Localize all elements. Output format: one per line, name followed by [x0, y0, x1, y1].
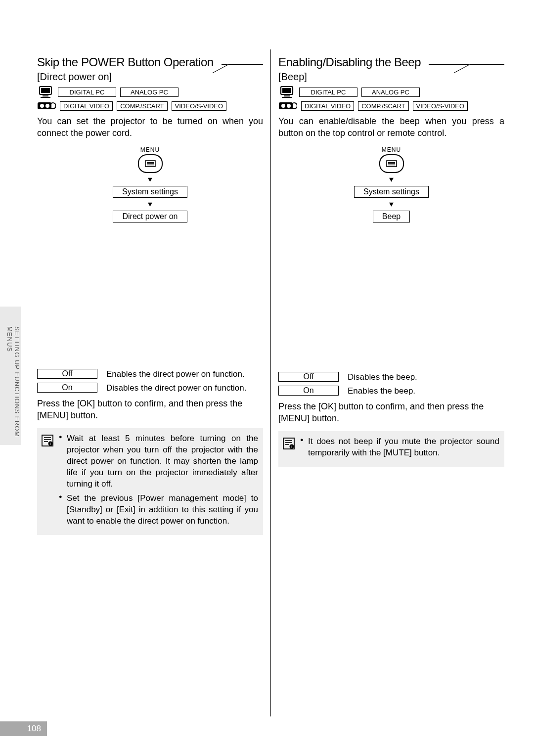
tag-rows: DIGITAL PC ANALOG PC DIGITAL VIDEO COMP.… — [37, 86, 263, 111]
heading-rule-icon — [222, 64, 263, 65]
note-list: Wait at least 5 minutes before turning o… — [59, 433, 258, 530]
svg-rect-19 — [282, 88, 291, 93]
note-box: i It does not beep if you mute the proje… — [278, 431, 504, 467]
svg-point-24 — [281, 104, 285, 108]
heading-row: Skip the POWER Button Operation — [37, 51, 263, 69]
video-icon — [278, 100, 297, 111]
note-item: It does not beep if you mute the project… — [300, 436, 499, 459]
tag-digital-pc: DIGITAL PC — [299, 88, 357, 97]
page-number: 108 — [0, 721, 47, 736]
confirm-text: Press the [OK] button to confirm, and th… — [278, 400, 504, 425]
down-arrow-icon: ▾ — [278, 199, 504, 209]
down-arrow-icon: ▾ — [278, 175, 504, 184]
tag-analog-pc: ANALOG PC — [361, 88, 420, 97]
video-icon — [37, 100, 56, 111]
svg-rect-21 — [282, 97, 292, 98]
pc-icon — [278, 86, 295, 98]
tag-video-svideo: VIDEO/S-VIDEO — [172, 101, 227, 111]
page-number-value: 108 — [27, 724, 41, 734]
menu-label: MENU — [278, 146, 504, 153]
option-box-on: On — [278, 386, 339, 396]
tag-row-1: DIGITAL PC ANALOG PC — [278, 86, 504, 98]
option-desc: Enables the direct power on function. — [106, 369, 245, 380]
svg-point-6 — [40, 104, 44, 108]
tag-comp-scart: COMP./SCART — [358, 101, 408, 111]
tag-digital-video: DIGITAL VIDEO — [60, 101, 113, 111]
column-left: Skip the POWER Button Operation [Direct … — [32, 49, 268, 716]
heading-rule-icon — [429, 64, 504, 65]
svg-point-7 — [45, 104, 49, 108]
column-right: Enabling/Disabling the Beep [Beep] DIGIT… — [273, 49, 509, 716]
heading-row: Enabling/Disabling the Beep — [278, 51, 504, 69]
svg-rect-2 — [43, 95, 48, 96]
side-tab: SETTING UP FUNCTIONS FROM MENUS — [0, 307, 21, 445]
tag-analog-pc: ANALOG PC — [120, 88, 178, 97]
note-item: Set the previous [Power management mode]… — [59, 493, 258, 527]
menu-label: MENU — [37, 146, 263, 153]
note-icon: i — [282, 437, 295, 450]
spacer — [37, 222, 263, 363]
tag-row-2: DIGITAL VIDEO COMP./SCART VIDEO/S-VIDEO — [37, 100, 263, 111]
option-list: Off Enables the direct power on function… — [37, 369, 263, 394]
note-list: It does not beep if you mute the project… — [300, 436, 499, 462]
tag-rows: DIGITAL PC ANALOG PC DIGITAL VIDEO COMP.… — [278, 86, 504, 111]
option-desc: Enables the beep. — [348, 386, 415, 397]
menu-flow: MENU ▾ System settings ▾ Beep — [278, 146, 504, 222]
tag-row-2: DIGITAL VIDEO COMP./SCART VIDEO/S-VIDEO — [278, 100, 504, 111]
menu-target: Direct power on — [113, 211, 187, 222]
body-text: You can set the projector to be turned o… — [37, 115, 263, 139]
body-text: You can enable/disable the beep when you… — [278, 115, 504, 139]
menu-system-settings: System settings — [354, 186, 429, 198]
option-row: On Disables the direct power on function… — [37, 383, 263, 394]
option-row: On Enables the beep. — [278, 386, 504, 397]
option-row: Off Enables the direct power on function… — [37, 369, 263, 380]
option-box-off: Off — [37, 369, 97, 379]
pc-icon — [37, 86, 54, 98]
option-box-off: Off — [278, 372, 339, 382]
down-arrow-icon: ▾ — [37, 199, 263, 209]
section-heading: Skip the POWER Button Operation — [37, 55, 214, 69]
tag-digital-video: DIGITAL VIDEO — [301, 101, 354, 111]
tag-digital-pc: DIGITAL PC — [58, 88, 116, 97]
menu-system-settings: System settings — [113, 186, 187, 198]
menu-button-icon — [138, 154, 163, 173]
tag-comp-scart: COMP./SCART — [117, 101, 167, 111]
section-heading: Enabling/Disabling the Beep — [278, 55, 421, 69]
tag-row-1: DIGITAL PC ANALOG PC — [37, 86, 263, 98]
option-desc: Disables the beep. — [348, 372, 417, 383]
option-list: Off Disables the beep. On Enables the be… — [278, 372, 504, 397]
down-arrow-icon: ▾ — [37, 175, 263, 184]
option-box-on: On — [37, 383, 97, 393]
note-icon: i — [41, 434, 54, 447]
spacer — [278, 222, 504, 366]
svg-point-25 — [287, 104, 291, 108]
content-columns: Skip the POWER Button Operation [Direct … — [32, 49, 509, 716]
confirm-text: Press the [OK] button to confirm, and th… — [37, 398, 263, 422]
menu-button-icon — [379, 154, 404, 173]
subheading: [Direct power on] — [37, 71, 263, 83]
menu-target: Beep — [373, 211, 410, 222]
tag-video-svideo: VIDEO/S-VIDEO — [413, 101, 468, 111]
menu-flow: MENU ▾ System settings ▾ Direct power on — [37, 146, 263, 222]
subheading: [Beep] — [278, 71, 504, 83]
side-tab-label: SETTING UP FUNCTIONS FROM MENUS — [0, 326, 21, 440]
option-row: Off Disables the beep. — [278, 372, 504, 383]
svg-rect-3 — [41, 97, 50, 98]
svg-rect-1 — [41, 88, 50, 93]
note-box: i Wait at least 5 minutes before turning… — [37, 428, 263, 535]
note-item: Wait at least 5 minutes before turning o… — [59, 433, 258, 490]
svg-rect-20 — [284, 95, 290, 96]
option-desc: Disables the direct power on function. — [106, 383, 247, 394]
column-divider — [270, 49, 271, 716]
page: SETTING UP FUNCTIONS FROM MENUS 108 Skip… — [0, 0, 534, 756]
